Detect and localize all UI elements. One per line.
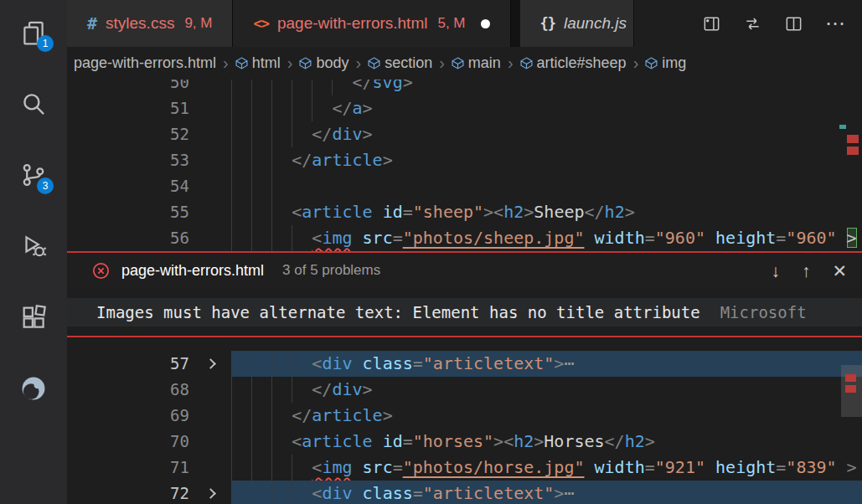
breadcrumb-main[interactable]: main (452, 54, 501, 72)
code-text[interactable]: </a> (231, 95, 862, 121)
code-text[interactable]: <img src="photos/sheep.jpg" width="960" … (231, 225, 862, 251)
editor-top[interactable]: 50</svg>51</a>52</div>53</article>5455<a… (67, 80, 862, 251)
activity-source-control[interactable]: 3 (13, 152, 54, 224)
activity-extensions[interactable] (13, 295, 54, 366)
tab-styles-css[interactable]: # styles.css 9, M (67, 0, 233, 47)
tab-launch-json[interactable]: {} launch.js (520, 0, 634, 47)
unsaved-changes-indicator[interactable] (481, 19, 490, 28)
indent-guide (251, 80, 252, 95)
line-number[interactable]: 72 (67, 481, 193, 504)
breadcrumb-body[interactable]: body (299, 54, 348, 72)
peek-title: page-with-errors.html (121, 262, 264, 280)
indent-guide (231, 455, 232, 481)
code-text[interactable]: <article id="sheep"><h2>Sheep</h2> (231, 199, 862, 225)
activity-edge-devtools[interactable] (13, 366, 54, 437)
indent-guide (231, 429, 232, 455)
code-line-56[interactable]: 56<img src="photos/sheep.jpg" width="960… (67, 225, 862, 251)
close-peek-icon[interactable]: ✕ (832, 262, 847, 280)
code-text[interactable]: </svg> (231, 80, 862, 95)
problem-row[interactable]: Images must have alternate text: Element… (67, 298, 862, 327)
breadcrumb-separator: › (630, 54, 643, 73)
indent-guide (292, 351, 292, 377)
code-text[interactable]: <img src="photos/horse.jpg" width="921" … (231, 455, 862, 481)
line-number[interactable]: 53 (67, 147, 193, 173)
line-number[interactable]: 69 (67, 403, 193, 429)
extensions-icon (19, 303, 48, 332)
code-text[interactable]: </div> (231, 121, 862, 147)
editor-bottom[interactable]: 57<div class="articletext">⋯68</div>69</… (67, 337, 862, 504)
problems-peek-widget: page-with-errors.html 3 of 5 problems ↓ … (67, 251, 862, 337)
breadcrumb-html[interactable]: html (235, 54, 281, 72)
code-line-55[interactable]: 55<article id="sheep"><h2>Sheep</h2> (67, 199, 862, 225)
next-problem-icon[interactable]: ↓ (771, 262, 780, 280)
code-line-57[interactable]: 57<div class="articletext">⋯ (67, 351, 862, 377)
indent-guide (271, 403, 272, 429)
code-line-50[interactable]: 50</svg> (67, 80, 862, 95)
explorer-badge: 1 (37, 35, 54, 52)
indent-guide (271, 199, 272, 225)
breadcrumb-img[interactable]: img (645, 54, 686, 72)
indent-guide (271, 377, 272, 403)
peek-problem-count: 3 of 5 problems (282, 262, 759, 279)
code-text[interactable] (231, 173, 862, 199)
line-number[interactable]: 68 (67, 377, 193, 403)
line-number[interactable]: 57 (67, 351, 193, 377)
code-text[interactable]: <div class="articletext">⋯ (231, 481, 862, 504)
breadcrumb-article-sheep[interactable]: article#sheep (520, 54, 627, 72)
overview-error-mark (845, 385, 856, 393)
indent-guide (292, 377, 292, 403)
fold-chevron-icon[interactable] (193, 481, 231, 504)
code-line-51[interactable]: 51</a> (67, 95, 862, 121)
indent-guide (271, 351, 272, 377)
indent-guide (251, 199, 252, 225)
open-preview-icon[interactable] (702, 14, 721, 33)
source-control-badge: 3 (37, 177, 54, 194)
symbol-cube-icon (368, 57, 380, 69)
indent-guide (231, 199, 232, 225)
code-text[interactable]: <div class="articletext">⋯ (231, 351, 862, 377)
indent-guide (251, 481, 252, 504)
line-number[interactable]: 54 (67, 173, 193, 199)
code-line-53[interactable]: 53</article> (67, 147, 862, 173)
line-number[interactable]: 70 (67, 429, 193, 455)
indent-guide (231, 403, 232, 429)
indent-guide (231, 225, 232, 251)
line-number[interactable]: 56 (67, 225, 193, 251)
tab-page-with-errors[interactable]: <> page-with-errors.html 5, M (233, 0, 510, 47)
indent-guide (251, 173, 252, 199)
line-number[interactable]: 51 (67, 95, 193, 121)
open-changes-icon[interactable] (743, 14, 762, 33)
breadcrumb-file[interactable]: page-with-errors.html (74, 54, 216, 72)
fold-gutter (193, 80, 231, 95)
code-text[interactable]: <article id="horses"><h2>Horses</h2> (231, 429, 862, 455)
indent-guide (271, 173, 272, 199)
code-text[interactable]: </article> (231, 147, 862, 173)
code-line-54[interactable]: 54 (67, 173, 862, 199)
activity-search[interactable] (13, 81, 54, 152)
previous-problem-icon[interactable]: ↑ (802, 262, 811, 280)
code-line-52[interactable]: 52</div> (67, 121, 862, 147)
indent-guide (271, 225, 272, 251)
code-text[interactable]: </article> (231, 403, 862, 429)
code-text[interactable]: </div> (231, 377, 862, 403)
line-number[interactable]: 71 (67, 455, 193, 481)
code-line-68[interactable]: 68</div> (67, 377, 862, 403)
code-line-70[interactable]: 70<article id="horses"><h2>Horses</h2> (67, 429, 862, 455)
tab-problems-decoration: 5, M (437, 15, 465, 32)
line-number[interactable]: 50 (67, 80, 193, 95)
more-actions-icon[interactable]: ⋯ (825, 13, 845, 33)
fold-gutter (193, 377, 231, 403)
split-editor-icon[interactable] (784, 14, 803, 33)
indent-guide (271, 481, 272, 504)
symbol-cube-icon (452, 57, 464, 69)
code-line-69[interactable]: 69</article> (67, 403, 862, 429)
code-line-72[interactable]: 72<div class="articletext">⋯ (67, 481, 862, 504)
activity-run-and-debug[interactable] (13, 224, 54, 295)
fold-chevron-icon[interactable] (193, 351, 231, 377)
line-number[interactable]: 52 (67, 121, 193, 147)
code-line-71[interactable]: 71<img src="photos/horse.jpg" width="921… (67, 455, 862, 481)
breadcrumb-section[interactable]: section (368, 54, 432, 72)
fold-gutter (193, 95, 231, 121)
activity-explorer[interactable]: 1 (13, 10, 54, 81)
line-number[interactable]: 55 (67, 199, 193, 225)
